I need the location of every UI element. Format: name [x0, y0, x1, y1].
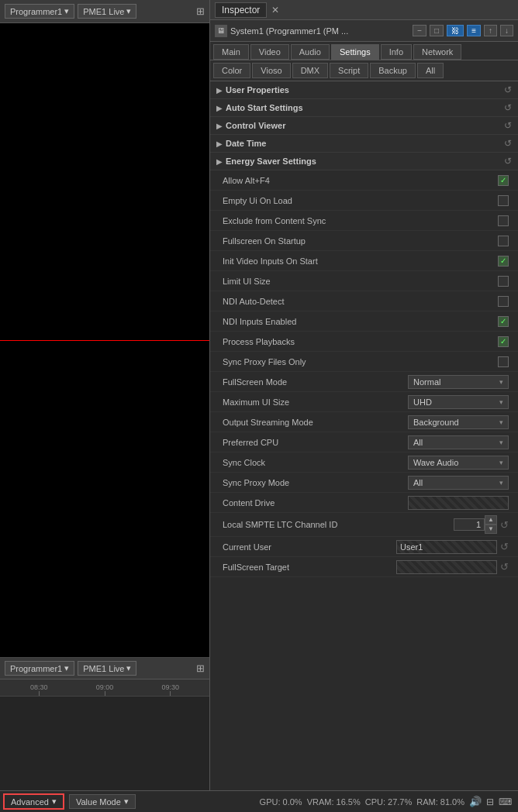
gpu-status: GPU: 0.0%	[260, 797, 302, 807]
label-current-user: Current User	[223, 542, 396, 552]
section-date-time[interactable]: ▶ Date Time ↺	[210, 135, 518, 153]
label-content-drive: Content Drive	[223, 498, 408, 508]
checkbox-process-playbacks[interactable]	[498, 336, 509, 347]
inspector-close-icon[interactable]: ✕	[271, 5, 279, 15]
minimize-btn[interactable]: −	[413, 25, 426, 36]
ruler-mark-3: 09:30	[137, 683, 203, 696]
system-title: System1 (Programmer1 (PM ...	[230, 26, 409, 36]
reset-current-user-icon[interactable]: ↺	[500, 541, 509, 552]
value-mode-button[interactable]: Value Mode ▾	[69, 794, 136, 809]
reset-icon-control[interactable]: ↺	[504, 120, 512, 131]
down-btn[interactable]: ↓	[500, 25, 513, 36]
checkbox-exclude-content[interactable]	[498, 215, 509, 226]
checkbox-ndi-autodetect[interactable]	[498, 296, 509, 307]
advanced-button[interactable]: Advanced ▾	[3, 793, 64, 810]
section-title-energy: Energy Saver Settings	[226, 157, 316, 166]
tab-info[interactable]: Info	[381, 44, 412, 60]
checkbox-sync-proxy[interactable]	[498, 356, 509, 367]
checkbox-ndi-inputs[interactable]	[498, 316, 509, 327]
advanced-label: Advanced	[11, 797, 49, 807]
dropdown-max-ui-size-value: UHD	[413, 397, 432, 407]
dropdown-sync-clock[interactable]: Wave Audio ▾	[408, 456, 509, 470]
timeline-pin-icon[interactable]: ⊞	[196, 662, 205, 674]
dropdown-fullscreen-mode-arrow: ▾	[499, 378, 503, 386]
spin-up-smpte[interactable]: ▲	[485, 515, 497, 525]
dropdown-sync-clock-arrow: ▾	[499, 459, 503, 466]
collapse-btn[interactable]: □	[430, 25, 444, 36]
checkbox-allow-altf4[interactable]	[498, 175, 509, 186]
input-fullscreen-target[interactable]	[396, 560, 497, 574]
dropdown-sync-proxy-mode[interactable]: All ▾	[408, 476, 509, 490]
tab-network[interactable]: Network	[413, 44, 461, 60]
list-btn[interactable]: ≡	[467, 25, 481, 36]
dropdown-preferred-cpu-arrow: ▾	[499, 439, 503, 446]
dropdown-max-ui-size[interactable]: UHD ▾	[408, 395, 509, 409]
timeline-programmer-dropdown[interactable]: Programmer1 ▾	[5, 661, 74, 676]
tab-main[interactable]: Main	[213, 44, 249, 60]
section-auto-start[interactable]: ▶ Auto Start Settings ↺	[210, 99, 518, 117]
tab-backup[interactable]: Backup	[370, 63, 416, 78]
input-smpte-ltc[interactable]	[454, 518, 485, 531]
reset-icon-auto[interactable]: ↺	[504, 102, 512, 113]
inspector-tab-title[interactable]: Inspector	[215, 2, 267, 18]
label-sync-proxy: Sync Proxy Files Only	[223, 357, 498, 366]
advanced-arrow: ▾	[52, 797, 57, 807]
timeline-live-dropdown[interactable]: PME1 Live ▾	[78, 661, 136, 676]
timeline-programmer-label: Programmer1	[10, 664, 62, 673]
tab-dmx[interactable]: DMX	[292, 63, 328, 78]
up-btn[interactable]: ↑	[484, 25, 497, 36]
tab-color[interactable]: Color	[213, 63, 250, 78]
label-init-video: Init Video Inputs On Start	[223, 256, 498, 266]
reset-smpte-icon[interactable]: ↺	[500, 519, 509, 531]
reset-icon-datetime[interactable]: ↺	[504, 138, 512, 149]
programmer-arrow: ▾	[64, 6, 69, 16]
input-current-user[interactable]	[396, 540, 497, 554]
tab-all[interactable]: All	[417, 63, 444, 78]
row-preferred-cpu: Preferred CPU All ▾	[210, 432, 518, 452]
tab-audio[interactable]: Audio	[291, 44, 330, 60]
timeline-ruler: 08:30 09:00 09:30	[0, 680, 209, 697]
checkbox-fullscreen-startup[interactable]	[498, 236, 509, 246]
dropdown-output-streaming[interactable]: Background ▾	[408, 415, 509, 429]
checkbox-empty-ui[interactable]	[498, 195, 509, 206]
reset-icon-user[interactable]: ↺	[504, 84, 512, 95]
checkbox-init-video[interactable]	[498, 256, 509, 267]
ruler-mark-2: 09:00	[72, 683, 138, 696]
reset-icon-energy[interactable]: ↺	[504, 156, 512, 167]
label-allow-altf4: Allow Alt+F4	[223, 176, 498, 185]
row-fullscreen-target: FullScreen Target ↺	[210, 557, 518, 577]
speaker-icon[interactable]: 🔊	[469, 796, 482, 807]
dropdown-output-streaming-value: Background	[413, 418, 459, 427]
live-dropdown[interactable]: PME1 Live ▾	[78, 4, 136, 19]
programmer-label: Programmer1	[10, 7, 62, 16]
reset-fullscreen-target-icon[interactable]: ↺	[500, 561, 509, 573]
row-sync-proxy: Sync Proxy Files Only	[210, 352, 518, 372]
pin-icon[interactable]: ⊞	[196, 5, 205, 17]
tab-script[interactable]: Script	[330, 63, 368, 78]
section-user-properties[interactable]: ▶ User Properties ↺	[210, 81, 518, 99]
label-ndi-autodetect: NDI Auto-Detect	[223, 297, 498, 306]
row-sync-clock: Sync Clock Wave Audio ▾	[210, 452, 518, 473]
section-arrow-control: ▶	[216, 122, 223, 130]
section-energy-saver[interactable]: ▶ Energy Saver Settings ↺	[210, 153, 518, 170]
tab-vioso[interactable]: Vioso	[252, 63, 290, 78]
dropdown-preferred-cpu[interactable]: All ▾	[408, 435, 509, 449]
link-btn[interactable]: ⛓	[447, 25, 464, 36]
row-output-streaming: Output Streaming Mode Background ▾	[210, 412, 518, 432]
section-arrow-energy: ▶	[216, 157, 223, 166]
input-content-drive[interactable]	[408, 496, 509, 510]
tab-video[interactable]: Video	[250, 44, 289, 60]
tab-settings[interactable]: Settings	[331, 44, 379, 60]
label-fullscreen-startup: Fullscreen On Startup	[223, 236, 498, 246]
spin-down-smpte[interactable]: ▼	[485, 525, 497, 534]
section-control-viewer[interactable]: ▶ Control Viewer ↺	[210, 117, 518, 135]
row-allow-altf4: Allow Alt+F4	[210, 170, 518, 191]
spin-btns-smpte: ▲ ▼	[485, 515, 497, 534]
timeline-programmer-arrow: ▾	[64, 663, 69, 673]
programmer-dropdown[interactable]: Programmer1 ▾	[5, 4, 74, 19]
section-arrow-datetime: ▶	[216, 139, 223, 148]
red-line	[0, 340, 209, 341]
checkbox-limit-ui[interactable]	[498, 276, 509, 287]
dropdown-fullscreen-mode[interactable]: Normal ▾	[408, 375, 509, 389]
dropdown-output-streaming-arrow: ▾	[499, 418, 503, 426]
